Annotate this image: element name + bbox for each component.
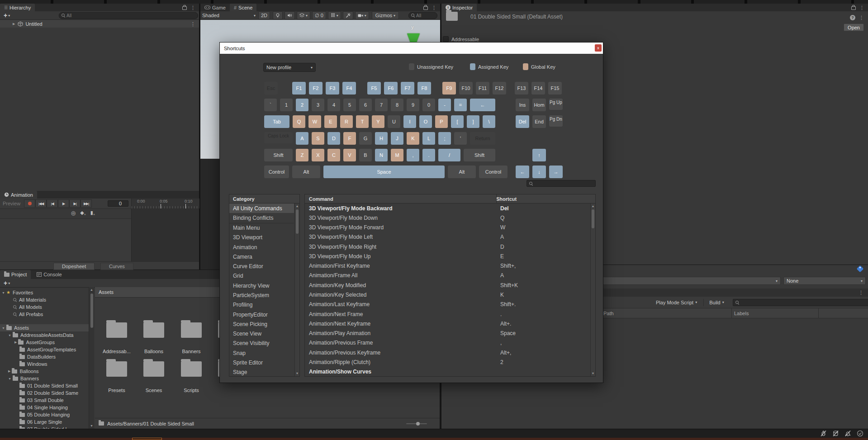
key-alt[interactable]: Alt (292, 166, 320, 178)
category-row[interactable]: Camera (229, 252, 294, 261)
scene-audio-button[interactable] (285, 11, 295, 19)
key-f1[interactable]: F1 (292, 82, 306, 95)
hierarchy-search[interactable] (59, 12, 198, 19)
key-f15[interactable]: F15 (548, 82, 562, 95)
tree-item-assetgroups[interactable]: ▶AssetGroups (0, 339, 89, 346)
key-pg-up[interactable]: Pg Up (549, 99, 563, 110)
key-caps-lock[interactable]: Caps Lock (264, 132, 293, 143)
scene-search-input[interactable] (416, 13, 435, 18)
key-key[interactable]: ↑ (532, 149, 546, 161)
key-tab[interactable]: Tab (264, 115, 289, 128)
hierarchy-search-input[interactable] (66, 13, 195, 18)
slider-handle[interactable] (416, 422, 420, 426)
shading-mode-dropdown[interactable]: Shaded ▾ (202, 13, 256, 18)
key-n[interactable]: N (375, 149, 388, 161)
key-f9[interactable]: F9 (442, 82, 456, 95)
key-f7[interactable]: F7 (401, 82, 414, 95)
tree-item-07-double-sided-l[interactable]: 07 Double Sided L (0, 426, 89, 429)
key-end[interactable]: End (532, 115, 546, 128)
addressables-none-dropdown[interactable]: None ▾ (783, 277, 866, 285)
command-row[interactable]: 3D Viewport/Fly Mode LeftA (305, 232, 595, 242)
key-shift[interactable]: Shift (264, 149, 293, 161)
category-scrollbar[interactable]: ▲ ▼ (294, 203, 299, 376)
add-keyframe-icon[interactable]: ◆+ (80, 210, 86, 216)
tree-item-all-materials[interactable]: All Materials (0, 296, 89, 303)
key-control[interactable]: Control (264, 166, 289, 178)
addressables-label-tag[interactable] (858, 266, 863, 271)
dopesheet-tab[interactable]: Dopesheet (53, 263, 95, 270)
key-key[interactable]: . (422, 149, 435, 161)
command-row[interactable]: Animation/First KeyframeShift+, (305, 261, 595, 271)
key-z[interactable]: Z (296, 149, 308, 161)
key-k[interactable]: K (407, 132, 419, 145)
command-row[interactable]: Animation/Previous KeyframeAlt+, (305, 348, 595, 357)
asset-folder-addressab[interactable] (106, 322, 127, 338)
command-row[interactable]: Animation/Ripple (Clutch)2 (305, 357, 595, 367)
command-row[interactable]: Animation/Play AnimationSpace (305, 328, 595, 338)
shortcut-search[interactable] (526, 180, 596, 187)
key-x[interactable]: X (312, 149, 324, 161)
key-f2[interactable]: F2 (309, 82, 323, 95)
key-s[interactable]: S (312, 132, 324, 145)
tree-item-02-double-sided-same[interactable]: 02 Double Sided Same (0, 389, 89, 397)
key-u[interactable]: U (388, 115, 400, 128)
kebab-menu-icon[interactable]: ⋮ (190, 5, 195, 10)
tree-item-05-double-hanging[interactable]: 05 Double Hanging (0, 411, 89, 418)
tab-console[interactable]: Console (33, 270, 66, 279)
category-row[interactable]: ParticleSystem (229, 290, 294, 300)
next-frame-button[interactable]: ▶| (69, 199, 81, 208)
collapse-arrow-icon[interactable]: ▼ (8, 377, 11, 380)
expand-arrow-icon[interactable]: ▶ (8, 369, 10, 373)
column-divider[interactable] (496, 194, 497, 203)
category-row[interactable]: Binding Conflicts (229, 213, 294, 222)
expand-arrow-icon[interactable]: ▶ (14, 341, 17, 344)
tree-item-favorites[interactable]: ▼★Favorites (0, 289, 89, 296)
help-icon[interactable]: ? (850, 15, 855, 20)
tree-item-addressableassetsdata[interactable]: ▼AddressableAssetsData (0, 331, 89, 339)
addressables-search[interactable] (733, 299, 868, 306)
key-f14[interactable]: F14 (531, 82, 545, 95)
tree-item-all-models[interactable]: All Models (0, 303, 89, 311)
command-row[interactable]: Animation/Last KeyframeShift+. (305, 300, 595, 309)
tree-scrollbar[interactable]: ▲ ▼ (89, 287, 94, 429)
key-hom[interactable]: Hom (532, 99, 546, 111)
key-d[interactable]: D (327, 132, 340, 145)
key-key[interactable]: ' (454, 132, 467, 145)
key-return[interactable]: Return (470, 132, 495, 145)
tree-item-assetgrouptemplates[interactable]: AssetGroupTemplates (0, 346, 89, 353)
key-3[interactable]: 3 (312, 99, 324, 111)
category-row[interactable]: All Unity Commands (229, 203, 294, 213)
key-6[interactable]: 6 (359, 99, 372, 111)
key-f8[interactable]: F8 (417, 82, 431, 95)
command-row[interactable]: Animation/Next Frame. (305, 309, 595, 319)
key-w[interactable]: W (308, 115, 321, 128)
command-row[interactable]: 3D Viewport/Fly Mode DownQ (305, 213, 595, 222)
debugger-disabled-icon[interactable] (820, 430, 827, 437)
tab-hierarchy[interactable]: ☰ Hierarchy (0, 4, 35, 11)
category-row[interactable]: Grid (229, 271, 294, 281)
tree-item-balloons[interactable]: ▶Balloons (0, 368, 89, 375)
key-key[interactable]: , (407, 149, 419, 161)
scrollbar-thumb[interactable] (296, 209, 299, 234)
key-key[interactable]: → (549, 166, 563, 178)
tree-item-assets[interactable]: ▼Assets (0, 324, 89, 331)
key-r[interactable]: R (340, 115, 353, 128)
command-row[interactable]: Animation/Previous Frame, (305, 338, 595, 348)
scene-lighting-button[interactable] (273, 11, 283, 19)
category-row[interactable]: Curve Editor (229, 262, 294, 271)
key-c[interactable]: C (327, 149, 340, 161)
preview-button[interactable]: Preview (3, 201, 20, 206)
tree-item-windows[interactable]: Windows (0, 360, 89, 368)
tree-item-01-double-sided-small[interactable]: 01 Double Sided Small (0, 382, 89, 389)
category-row[interactable]: Snap (229, 348, 294, 358)
previous-frame-button[interactable]: |◀ (47, 199, 58, 208)
notifications-disabled-icon[interactable] (844, 430, 851, 437)
tree-item-03-small-double[interactable]: 03 Small Double (0, 397, 89, 404)
profile-dropdown[interactable]: New profile ▾ (263, 63, 316, 72)
record-button[interactable] (24, 199, 35, 208)
column-divider[interactable] (818, 308, 819, 318)
key-e[interactable]: E (324, 115, 337, 128)
open-button[interactable]: Open (844, 24, 864, 31)
key-key[interactable]: / (438, 149, 460, 161)
key-pg-dn[interactable]: Pg Dn (549, 115, 563, 127)
